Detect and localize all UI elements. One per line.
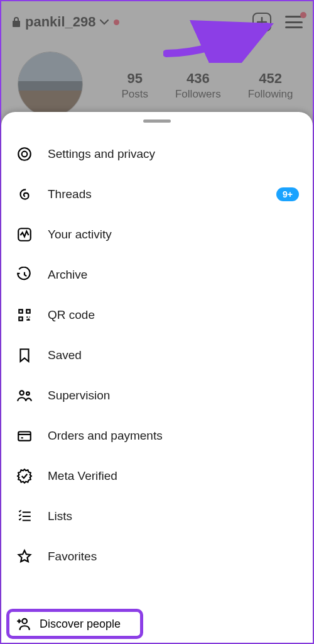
menu-item-discover-people[interactable]: Discover people	[6, 609, 143, 639]
profile-stats: 95 Posts 436 Followers 452 Following	[108, 70, 306, 101]
menu-item-label: Orders and payments	[48, 429, 299, 443]
menu-item-favorites[interactable]: Favorites	[1, 536, 313, 577]
sheet-drag-handle[interactable]	[143, 119, 171, 123]
activity-icon	[15, 225, 34, 244]
svg-point-6	[22, 619, 27, 624]
menu-item-threads[interactable]: Threads 9+	[1, 174, 313, 214]
lists-icon	[15, 507, 34, 526]
options-bottom-sheet: Settings and privacy Threads 9+ Your act…	[1, 112, 313, 643]
menu-item-label: Favorites	[48, 550, 299, 564]
menu-item-supervision[interactable]: Supervision	[1, 375, 313, 416]
star-icon	[15, 547, 34, 566]
menu-item-label: Threads	[48, 187, 276, 201]
svg-point-0	[18, 148, 31, 160]
avatar[interactable]	[18, 52, 83, 117]
verified-badge-icon	[15, 467, 34, 486]
bookmark-icon	[15, 346, 34, 365]
menu-item-label: QR code	[48, 308, 299, 322]
menu-notification-dot	[300, 12, 306, 18]
menu-item-label: Settings and privacy	[48, 147, 299, 161]
menu-item-your-activity[interactable]: Your activity	[1, 214, 313, 255]
username-label[interactable]: pankil_298	[25, 14, 96, 30]
svg-point-1	[22, 152, 28, 157]
menu-item-settings-privacy[interactable]: Settings and privacy	[1, 134, 313, 174]
following-count: 452	[248, 70, 293, 87]
menu-item-label: Your activity	[48, 228, 299, 242]
profile-topbar: pankil_298	[1, 1, 313, 43]
account-notification-dot	[114, 19, 119, 25]
followers-label: Followers	[175, 88, 221, 101]
posts-label: Posts	[121, 88, 148, 101]
supervision-icon	[15, 386, 34, 405]
menu-item-label: Supervision	[48, 389, 299, 402]
menu-item-label: Archive	[48, 268, 299, 282]
archive-icon	[15, 265, 34, 284]
menu-item-label: Meta Verified	[48, 469, 299, 483]
credit-card-icon	[15, 426, 34, 445]
svg-rect-5	[18, 432, 31, 441]
stat-followers[interactable]: 436 Followers	[175, 70, 221, 101]
new-post-button[interactable]	[252, 13, 271, 31]
discover-people-icon	[14, 615, 32, 633]
menu-item-orders-payments[interactable]: Orders and payments	[1, 416, 313, 456]
qr-code-icon	[15, 306, 34, 325]
menu-item-lists[interactable]: Lists	[1, 496, 313, 536]
threads-badge: 9+	[276, 187, 299, 201]
menu-item-saved[interactable]: Saved	[1, 335, 313, 375]
chevron-down-icon[interactable]	[100, 19, 109, 25]
menu-item-meta-verified[interactable]: Meta Verified	[1, 456, 313, 496]
following-label: Following	[248, 88, 293, 101]
stat-following[interactable]: 452 Following	[248, 70, 293, 101]
posts-count: 95	[121, 70, 148, 87]
lock-icon	[11, 16, 21, 28]
svg-point-4	[26, 392, 30, 395]
gear-icon	[15, 145, 34, 164]
menu-item-label: Lists	[48, 509, 299, 523]
threads-icon	[15, 185, 34, 204]
menu-button[interactable]	[285, 16, 303, 28]
menu-item-label: Discover people	[40, 618, 121, 631]
svg-point-3	[19, 391, 24, 395]
stat-posts[interactable]: 95 Posts	[121, 70, 148, 101]
menu-item-label: Saved	[48, 348, 299, 362]
menu-item-qr-code[interactable]: QR code	[1, 295, 313, 335]
menu-item-archive[interactable]: Archive	[1, 255, 313, 295]
followers-count: 436	[175, 70, 221, 87]
